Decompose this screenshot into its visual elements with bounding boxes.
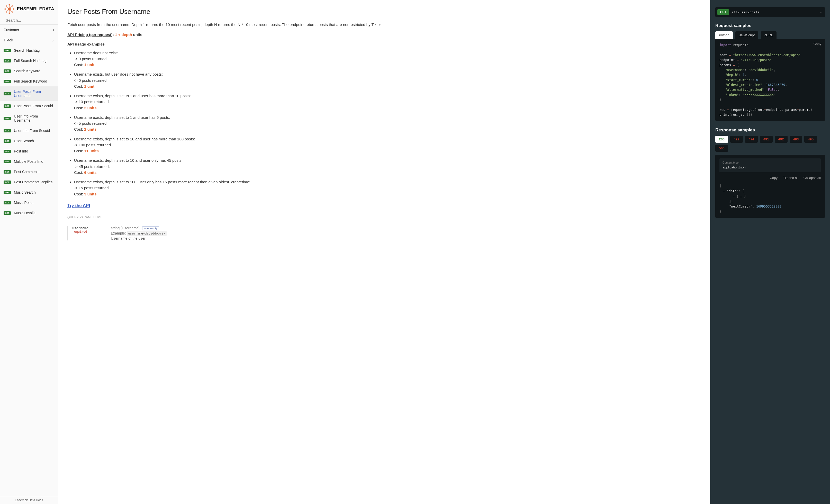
- search-row[interactable]: [0, 18, 58, 25]
- method-badge: GET: [717, 9, 729, 15]
- status-code-tab[interactable]: 491: [760, 136, 773, 143]
- param-type: string (Username): [111, 226, 139, 230]
- nav-item[interactable]: GETUser Posts From Secuid: [0, 101, 58, 111]
- nav-item-label: Full Search Hashtag: [14, 59, 46, 63]
- nav-item[interactable]: GETMusic Posts: [0, 197, 58, 208]
- method-badge: GET: [4, 150, 11, 153]
- sidebar: ENSEMBLEDATA Customer › Tiktok ⌄ GETSear…: [0, 0, 58, 504]
- copy-button[interactable]: Copy: [770, 176, 777, 181]
- nav-item-label: User Posts From Secuid: [14, 104, 53, 108]
- query-params-header: QUERY PARAMETERS: [67, 216, 701, 221]
- nav-item-label: User Info From Username: [14, 114, 54, 122]
- nav-item[interactable]: GETUser Posts From Username: [0, 86, 58, 101]
- nav-item-label: Search Keyword: [14, 69, 40, 73]
- nav-item[interactable]: GETUser Search: [0, 136, 58, 146]
- chevron-down-icon: ⌄: [51, 38, 54, 42]
- brand-name: ENSEMBLEDATA: [17, 6, 54, 11]
- nav-item[interactable]: GETPost Info: [0, 146, 58, 156]
- nav-item-label: Music Search: [14, 190, 36, 194]
- nav-item-label: Multiple Posts Info: [14, 159, 43, 163]
- main-content: User Posts From Username Fetch user post…: [58, 0, 710, 504]
- response-box: Content type application/json Copy Expan…: [715, 155, 825, 218]
- pricing-link[interactable]: API Pricing (per request): [67, 32, 113, 37]
- endpoint-selector[interactable]: GET /tt/user/posts ⌄: [715, 7, 825, 17]
- nav-item[interactable]: GETMusic Search: [0, 187, 58, 197]
- nav-item[interactable]: GETMultiple Posts Info: [0, 156, 58, 167]
- nav-item[interactable]: GETFull Search Hashtag: [0, 56, 58, 66]
- collapse-all-button[interactable]: Collapse all: [803, 176, 821, 181]
- status-code-tab[interactable]: 500: [715, 145, 728, 152]
- method-badge: GET: [4, 104, 11, 108]
- samples-panel: GET /tt/user/posts ⌄ Request samples Pyt…: [710, 0, 830, 504]
- language-tab[interactable]: cURL: [761, 31, 776, 39]
- try-api-link[interactable]: Try the API: [67, 203, 90, 208]
- method-badge: GET: [4, 80, 11, 83]
- copy-button[interactable]: Copy: [813, 41, 821, 46]
- method-badge: GET: [4, 129, 11, 132]
- status-code-tab[interactable]: 474: [745, 136, 758, 143]
- status-code-tab[interactable]: 492: [775, 136, 788, 143]
- nav-item-label: Music Posts: [14, 200, 33, 205]
- method-badge: GET: [4, 69, 11, 73]
- usage-header: API usage examples: [67, 42, 701, 46]
- method-badge: GET: [4, 49, 11, 52]
- section-tiktok[interactable]: Tiktok ⌄: [0, 35, 58, 45]
- page-title: User Posts From Username: [67, 8, 701, 16]
- status-code-tab[interactable]: 495: [804, 136, 817, 143]
- example-item: Username exists, depth is set to 10 and …: [74, 136, 701, 154]
- nav-item[interactable]: GETPost Comments: [0, 167, 58, 177]
- param-row-username: username required string (Username) non-…: [67, 226, 701, 241]
- status-code-tab[interactable]: 493: [790, 136, 802, 143]
- nav-item-label: User Search: [14, 139, 34, 143]
- description: Fetch user posts from the username. Dept…: [67, 22, 701, 28]
- nav-item-label: Full Search Keyword: [14, 79, 47, 83]
- language-tab[interactable]: Python: [715, 31, 733, 39]
- svg-line-14: [9, 6, 12, 9]
- section-label: Tiktok: [4, 38, 13, 42]
- nav-item[interactable]: GETFull Search Keyword: [0, 76, 58, 86]
- nav-item[interactable]: GETMusic Details: [0, 208, 58, 218]
- svg-line-16: [9, 9, 12, 12]
- response-actions: Copy Expand all Collapse all: [720, 176, 821, 181]
- example-item: Username exists, depth is set to 1 and u…: [74, 93, 701, 111]
- example-item: Username exists, depth is set to 1 and u…: [74, 115, 701, 132]
- nav-item-label: User Posts From Username: [14, 90, 54, 98]
- method-badge: GET: [4, 139, 11, 143]
- method-badge: GET: [4, 201, 11, 204]
- nav-item[interactable]: GETUser Info From Username: [0, 111, 58, 125]
- pricing-units: units: [133, 32, 142, 37]
- nav-item[interactable]: GETSearch Hashtag: [0, 45, 58, 56]
- logo[interactable]: ENSEMBLEDATA: [0, 0, 58, 18]
- method-badge: GET: [4, 181, 11, 184]
- param-name: username: [72, 226, 103, 230]
- pricing-formula: 1 + depth: [115, 32, 132, 37]
- nav-item[interactable]: GETSearch Keyword: [0, 66, 58, 76]
- language-tab[interactable]: JavaScript: [735, 31, 758, 39]
- search-input[interactable]: [6, 18, 55, 22]
- sidebar-footer: EnsembleData Docs: [0, 496, 58, 504]
- status-code-tab[interactable]: 200: [715, 136, 728, 143]
- pricing-line: API Pricing (per request): 1 + depth uni…: [67, 32, 701, 37]
- nav-item[interactable]: GETUser Info From Secuid: [0, 125, 58, 136]
- chevron-down-icon: ⌄: [820, 10, 823, 14]
- status-code-tab[interactable]: 422: [730, 136, 743, 143]
- content-type-box[interactable]: Content type application/json: [720, 158, 821, 172]
- section-label: Customer: [4, 28, 19, 32]
- nav-item[interactable]: GETPost Comments Replies: [0, 177, 58, 187]
- request-tabs: PythonJavaScriptcURL: [715, 31, 825, 39]
- method-badge: GET: [4, 191, 11, 194]
- nav: Customer › Tiktok ⌄ GETSearch HashtagGET…: [0, 25, 58, 496]
- svg-line-13: [6, 6, 9, 9]
- example-item: Username does not exist:-> 0 posts retur…: [74, 50, 701, 68]
- method-badge: GET: [4, 211, 11, 215]
- request-samples-header: Request samples: [715, 23, 825, 28]
- nav-item-label: User Info From Secuid: [14, 129, 50, 133]
- logo-icon: [4, 3, 15, 15]
- response-samples-header: Response samples: [715, 128, 825, 133]
- expand-all-button[interactable]: Expand all: [783, 176, 798, 181]
- section-customer[interactable]: Customer ›: [0, 25, 58, 35]
- method-badge: GET: [4, 117, 11, 120]
- example-code: username=daviddobrik: [127, 231, 167, 236]
- param-required: required: [72, 230, 103, 233]
- nav-item-label: Music Details: [14, 211, 35, 215]
